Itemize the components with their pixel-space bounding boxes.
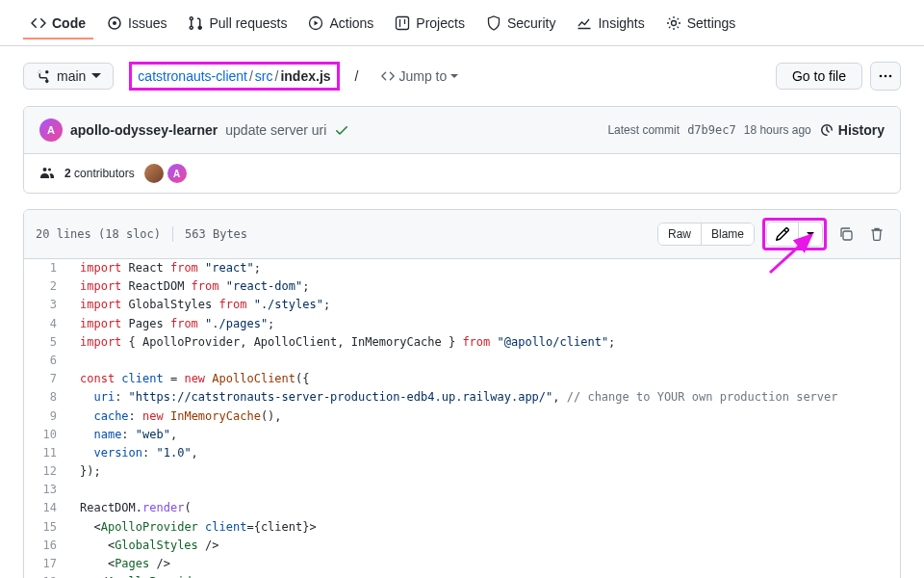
line-number[interactable]: 17 xyxy=(24,555,72,573)
raw-blame-group: Raw Blame xyxy=(657,223,755,246)
code-line: 3import GlobalStyles from "./styles"; xyxy=(24,296,900,314)
line-content: uri: "https://catstronauts-server-produc… xyxy=(72,388,900,407)
line-content: cache: new InMemoryCache(), xyxy=(72,407,900,426)
breadcrumb: catstronauts-client / src / index.js xyxy=(138,68,330,84)
project-icon xyxy=(395,15,410,31)
line-number[interactable]: 16 xyxy=(24,537,72,555)
tab-actions[interactable]: Actions xyxy=(300,8,381,39)
tab-security[interactable]: Security xyxy=(478,8,564,39)
line-content: name: "web", xyxy=(72,426,900,444)
check-icon[interactable] xyxy=(334,122,349,138)
line-number[interactable]: 10 xyxy=(24,426,72,444)
branch-select-button[interactable]: main xyxy=(23,63,114,90)
file-box: 20 lines (18 sloc) 563 Bytes Raw Blame xyxy=(23,209,901,578)
line-number[interactable]: 4 xyxy=(24,315,72,333)
code-line: 13 xyxy=(24,481,900,499)
jump-to-button[interactable]: Jump to xyxy=(381,68,458,84)
caret-down-icon xyxy=(807,232,814,237)
tab-code[interactable]: Code xyxy=(23,8,93,39)
line-number[interactable]: 11 xyxy=(24,444,72,462)
breadcrumb-folder[interactable]: src xyxy=(255,68,273,84)
trash-icon xyxy=(869,226,885,242)
tab-settings[interactable]: Settings xyxy=(658,8,744,39)
line-number[interactable]: 18 xyxy=(24,573,72,578)
line-number[interactable]: 15 xyxy=(24,518,72,537)
code-line: 6 xyxy=(24,352,900,370)
breadcrumb-sep: / xyxy=(355,68,359,84)
line-number[interactable]: 8 xyxy=(24,388,72,407)
code-line: 2import ReactDOM from "react-dom"; xyxy=(24,277,900,296)
code-line: 9 cache: new InMemoryCache(), xyxy=(24,407,900,426)
latest-commit-label: Latest commit xyxy=(607,123,680,137)
people-icon xyxy=(39,166,55,181)
code-line: 1import React from "react"; xyxy=(24,259,900,277)
svg-point-6 xyxy=(671,20,676,25)
contributors-label[interactable]: 2 contributors xyxy=(64,167,135,180)
contributor-avatar[interactable]: A xyxy=(167,164,187,183)
raw-button[interactable]: Raw xyxy=(658,223,701,245)
issue-icon xyxy=(107,15,122,31)
play-icon xyxy=(308,15,323,31)
tab-projects[interactable]: Projects xyxy=(387,8,473,39)
line-number[interactable]: 13 xyxy=(24,481,72,499)
caret-down-icon xyxy=(450,74,458,79)
line-number[interactable]: 1 xyxy=(24,259,72,277)
line-content: const client = new ApolloClient({ xyxy=(72,370,900,388)
line-content xyxy=(72,481,900,499)
tab-issues[interactable]: Issues xyxy=(99,8,174,39)
commit-header: A apollo-odyssey-learner update server u… xyxy=(24,107,900,154)
line-content: ReactDOM.render( xyxy=(72,499,900,517)
code-line: 8 uri: "https://catstronauts-server-prod… xyxy=(24,388,900,407)
line-number[interactable]: 5 xyxy=(24,333,72,352)
commit-time: 18 hours ago xyxy=(744,123,811,137)
line-number[interactable]: 6 xyxy=(24,352,72,370)
edit-dropdown-button[interactable] xyxy=(798,223,822,246)
line-content: <Pages /> xyxy=(72,555,900,573)
line-number[interactable]: 14 xyxy=(24,499,72,517)
line-content: import GlobalStyles from "./styles"; xyxy=(72,296,900,314)
copy-button[interactable] xyxy=(834,223,858,246)
caret-down-icon xyxy=(91,73,101,79)
tab-insights[interactable]: Insights xyxy=(569,8,652,39)
file-toolbar: 20 lines (18 sloc) 563 Bytes Raw Blame xyxy=(24,210,900,259)
divider xyxy=(172,226,173,242)
line-content: }); xyxy=(72,462,900,481)
line-number[interactable]: 12 xyxy=(24,462,72,481)
line-content: import React from "react"; xyxy=(72,259,900,277)
line-number[interactable]: 2 xyxy=(24,277,72,296)
commit-hash[interactable]: d7b9ec7 xyxy=(687,123,736,137)
more-actions-button[interactable] xyxy=(870,62,901,91)
breadcrumb-sep: / xyxy=(249,68,253,84)
history-button[interactable]: History xyxy=(819,122,885,138)
edit-button[interactable] xyxy=(767,223,798,246)
delete-button[interactable] xyxy=(865,223,888,246)
svg-point-7 xyxy=(880,75,883,78)
line-number[interactable]: 7 xyxy=(24,370,72,388)
code-line: 18 </ApolloProvider>, xyxy=(24,573,900,578)
line-content: import ReactDOM from "react-dom"; xyxy=(72,277,900,296)
line-content: version: "1.0", xyxy=(72,444,900,462)
tab-label: Settings xyxy=(687,15,736,31)
line-content: <ApolloProvider client={client}> xyxy=(72,518,900,537)
line-number[interactable]: 9 xyxy=(24,407,72,426)
contributor-avatar[interactable] xyxy=(144,164,164,183)
commit-author[interactable]: apollo-odyssey-learner xyxy=(70,122,218,138)
breadcrumb-repo[interactable]: catstronauts-client xyxy=(138,68,247,84)
repo-nav: Code Issues Pull requests Actions Projec… xyxy=(0,0,924,46)
code-line: 16 <GlobalStyles /> xyxy=(24,537,900,555)
commit-message[interactable]: update server uri xyxy=(225,122,326,138)
code-line: 10 name: "web", xyxy=(24,426,900,444)
avatar[interactable]: A xyxy=(39,118,63,142)
go-to-file-button[interactable]: Go to file xyxy=(776,63,862,90)
tab-label: Security xyxy=(507,15,556,31)
kebab-icon xyxy=(879,74,892,78)
commit-box: A apollo-odyssey-learner update server u… xyxy=(23,106,901,194)
branch-name: main xyxy=(57,68,86,84)
code-line: 11 version: "1.0", xyxy=(24,444,900,462)
tab-label: Pull requests xyxy=(209,15,287,31)
line-number[interactable]: 3 xyxy=(24,296,72,314)
tab-pull-requests[interactable]: Pull requests xyxy=(180,8,295,39)
blame-button[interactable]: Blame xyxy=(701,223,754,245)
code-line: 7const client = new ApolloClient({ xyxy=(24,370,900,388)
tab-label: Insights xyxy=(598,15,644,31)
